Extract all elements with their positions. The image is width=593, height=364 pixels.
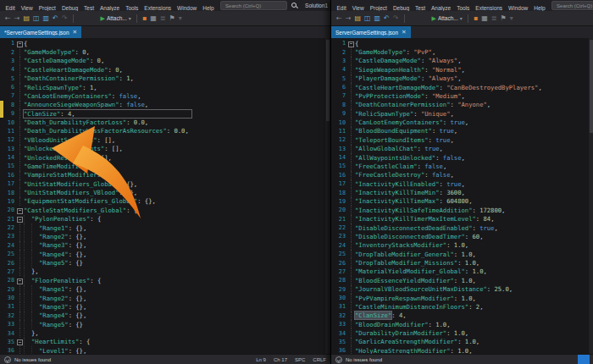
line-number[interactable]: 9 (335, 110, 347, 117)
code-line[interactable]: 16"FreeCastleDestroy": false, (331, 171, 589, 179)
code-line[interactable]: 30"Range2": {}, (0, 294, 325, 302)
menu-item-window[interactable]: Window (175, 5, 200, 11)
code-line[interactable]: 36"HolyAreaStrengthModifier": 1.0, (331, 346, 589, 354)
line-number[interactable]: 22 (335, 224, 347, 231)
status-indicator[interactable]: SPC (295, 357, 305, 362)
code-line[interactable]: 13"AllowGlobalChat": true, (331, 145, 589, 153)
line-number[interactable]: 28 (3, 277, 16, 284)
code-line[interactable]: 26"DropTableModifier_Missions": 1.0, (331, 258, 589, 267)
nav-back-icon[interactable]: ← (336, 15, 342, 22)
code-line[interactable]: 2"GameModeType": "PvP", (331, 47, 589, 56)
collapse-box-icon[interactable] (17, 279, 23, 284)
code-line[interactable]: 8"AnnounceSiegeWeaponSpawn": false, (0, 101, 325, 109)
code-line[interactable]: 18"UnitStatModifiers_VBlood": {}, (0, 188, 325, 196)
line-number[interactable]: 24 (3, 242, 16, 249)
code-line[interactable]: 19"InactivityKillTimeMax": 604800, (331, 197, 589, 206)
code-line[interactable]: 3"CastleDamageMode": 0, (0, 57, 325, 65)
collapse-box-icon[interactable] (17, 208, 23, 214)
code-line[interactable]: 32"Range4": {}, (0, 312, 325, 320)
code-line[interactable]: 31"Range3": {}, (0, 302, 325, 311)
bookmark-icon[interactable]: ⚑ (169, 15, 175, 22)
menu-item-tools[interactable]: Tools (454, 5, 473, 11)
grid-icon[interactable]: ▦ (150, 15, 157, 22)
menu-item-help[interactable]: Help (531, 5, 548, 11)
editor-left[interactable]: 1{2"GameModeType": 0,3"CastleDamageMode"… (0, 38, 330, 354)
menu-item-analyze[interactable]: Analyze (97, 5, 123, 11)
line-number[interactable]: 11 (335, 128, 347, 135)
line-number[interactable]: 1 (3, 40, 16, 47)
line-number[interactable]: 5 (335, 75, 347, 82)
menu-item-debug[interactable]: Debug (58, 5, 80, 11)
feedback-chip[interactable] (578, 355, 590, 364)
line-number[interactable]: 25 (3, 251, 16, 257)
comment-icon[interactable]: ▪ (142, 15, 147, 22)
line-number[interactable]: 19 (335, 198, 347, 205)
search-box[interactable]: Search (Ctrl+Q) (551, 1, 593, 10)
line-number[interactable]: 2 (3, 49, 16, 56)
line-number[interactable]: 34 (335, 330, 347, 337)
code-line[interactable]: 29"Range1": {}, (0, 285, 325, 294)
code-line[interactable]: 9"ClanSize": 4, (0, 109, 325, 118)
menu-item-extensions[interactable]: Extensions (473, 5, 506, 11)
menu-item-edit[interactable]: Edit (3, 5, 18, 11)
code-line[interactable]: 26"Range5": {} (0, 258, 325, 267)
code-line[interactable]: 7"CanLootEnemyContainers": false, (0, 91, 325, 100)
code-line[interactable]: 30"PvPVampireRespawnModifier": 1.0, (331, 294, 589, 302)
line-number[interactable]: 14 (3, 154, 16, 161)
line-number[interactable]: 20 (3, 207, 16, 213)
line-number[interactable]: 4 (335, 66, 347, 73)
code-line[interactable]: 1{ (0, 39, 325, 47)
collapse-box-icon[interactable] (17, 217, 23, 223)
menu-item-extensions[interactable]: Extensions (141, 5, 175, 11)
save-icon[interactable]: ◫ (364, 15, 371, 22)
code-line[interactable]: 9"RelicSpawnType": "Unique", (331, 109, 589, 118)
line-number[interactable]: 5 (3, 75, 16, 82)
line-number[interactable]: 36 (335, 347, 347, 354)
line-number[interactable]: 3 (335, 58, 347, 64)
line-number[interactable]: 8 (3, 102, 16, 108)
nav-back-icon[interactable]: ← (5, 15, 11, 22)
menu-item-help[interactable]: Help (200, 5, 217, 11)
line-number[interactable]: 8 (335, 102, 347, 108)
line-number[interactable]: 17 (335, 180, 347, 187)
code-line[interactable]: 8"DeathContainerPermission": "Anyone", (331, 101, 589, 109)
line-number[interactable]: 1 (335, 40, 347, 47)
search-input[interactable]: Search (Ctrl+Q) (225, 3, 261, 8)
line-number[interactable]: 7 (335, 92, 347, 99)
code-line[interactable]: 20"CastleStatModifiers_Global": { (0, 206, 325, 214)
search-input[interactable]: Search (Ctrl+Q) (557, 3, 592, 8)
code-line[interactable]: 23"DisableDisconnectedDeadTimer": 60, (331, 232, 589, 240)
save-all-icon[interactable]: ▥ (374, 15, 381, 22)
menu-item-test[interactable]: Test (413, 5, 429, 11)
code-line[interactable]: 10"CanLootEnemyContainers": true, (331, 118, 589, 126)
close-icon[interactable]: ✕ (73, 29, 77, 36)
line-number[interactable]: 10 (3, 119, 16, 126)
line-number[interactable]: 12 (3, 136, 16, 143)
attach-button[interactable]: ▶Attach...▾ (101, 15, 131, 22)
line-number[interactable]: 7 (3, 92, 16, 99)
code-line[interactable]: 21"PylonPenalties": { (0, 215, 325, 223)
new-file-icon[interactable]: ▤ (354, 15, 361, 22)
redo-icon[interactable]: ↷ (62, 15, 68, 22)
code-line[interactable]: 2"GameModeType": 0, (0, 47, 325, 56)
code-line[interactable]: 36"Level1": {}, (0, 346, 325, 354)
close-icon[interactable]: ✕ (402, 29, 406, 36)
line-number[interactable]: 35 (3, 339, 16, 345)
line-number[interactable]: 27 (335, 268, 347, 275)
line-number[interactable]: 22 (3, 224, 16, 231)
code-line[interactable]: 12"TeleportBoundItems": true, (331, 135, 589, 144)
code-line[interactable]: 11"Death_DurabilityLossFactorAsResources… (0, 127, 325, 135)
line-number[interactable]: 24 (335, 242, 347, 249)
line-number[interactable]: 27 (3, 268, 16, 275)
line-number[interactable]: 29 (335, 286, 347, 293)
scrollbar[interactable] (589, 38, 593, 354)
new-file-icon[interactable]: ▤ (23, 15, 30, 22)
editor-right[interactable]: 1{2"GameModeType": "PvP",3"CastleDamageM… (331, 38, 593, 354)
code-line[interactable]: 35"GarlicAreaStrengthModifier": 1.0, (331, 338, 589, 346)
code-line[interactable]: 6"CastleHeartDamageMode": "CanBeDestroye… (331, 83, 589, 91)
line-number[interactable]: 16 (335, 172, 347, 179)
code-line[interactable]: 17"UnitStatModifiers_Global": {}, (0, 179, 325, 188)
code-line[interactable]: 15"GameTimeModifiers": {}, (0, 162, 325, 170)
line-number[interactable]: 13 (3, 146, 16, 152)
grid-icon[interactable]: ▦ (481, 15, 488, 22)
